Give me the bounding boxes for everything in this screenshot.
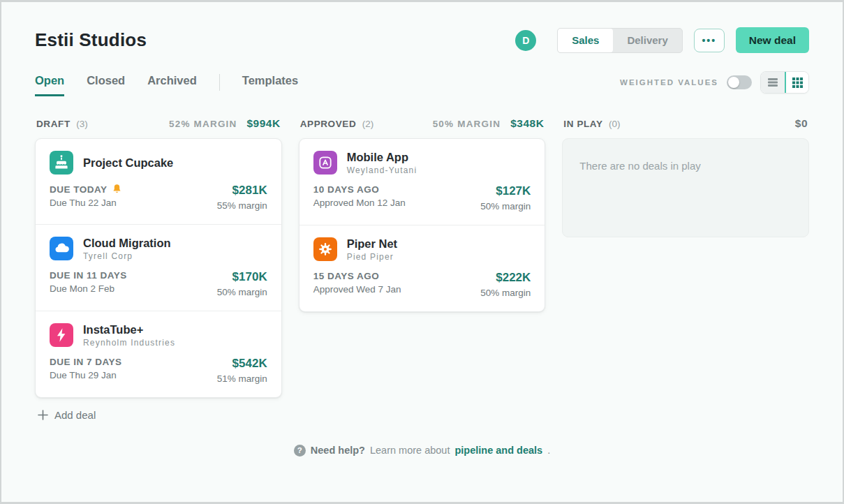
deal-card-piper-net[interactable]: Piper Net Pied Piper 15 DAYS AGO Approve… bbox=[299, 225, 545, 311]
add-deal-label: Add deal bbox=[54, 409, 96, 421]
page-title: Estii Studios bbox=[35, 29, 147, 51]
deal-margin: 55% margin bbox=[217, 200, 267, 211]
deal-client: Weyland-Yutani bbox=[347, 165, 417, 175]
toolbar: WEIGHTED VALUES bbox=[620, 71, 809, 99]
column-count: (0) bbox=[609, 119, 621, 129]
toggle-knob bbox=[728, 77, 739, 88]
header-actions: D Sales Delivery ••• New deal bbox=[515, 27, 809, 53]
deal-value: $281K bbox=[217, 184, 267, 198]
column-count: (2) bbox=[362, 119, 374, 129]
help-bar: ? Need help? Learn more about pipeline a… bbox=[1, 445, 843, 457]
grid-view-icon bbox=[792, 77, 803, 88]
list-view-button[interactable] bbox=[761, 72, 785, 93]
weighted-values-label: WEIGHTED VALUES bbox=[620, 78, 718, 87]
deal-margin: 51% margin bbox=[217, 373, 267, 384]
mode-switch: Sales Delivery bbox=[557, 28, 683, 53]
column-name: IN PLAY bbox=[563, 119, 602, 129]
deal-margin: 50% margin bbox=[217, 287, 267, 297]
deal-title: Piper Net bbox=[347, 237, 397, 251]
column-name: APPROVED bbox=[300, 119, 357, 129]
tab-templates[interactable]: Templates bbox=[242, 74, 298, 96]
app-store-icon bbox=[313, 151, 337, 175]
tab-open[interactable]: Open bbox=[35, 74, 64, 96]
deal-status: DUE TODAY bbox=[50, 184, 108, 195]
deal-date: Due Thu 22 Jan bbox=[50, 198, 122, 208]
weighted-values-toggle[interactable] bbox=[727, 75, 752, 89]
column-approved: APPROVED (2) 50% MARGIN $348K bbox=[299, 117, 546, 312]
gear-chip-icon bbox=[313, 237, 337, 261]
mode-sales-button[interactable]: Sales bbox=[558, 29, 613, 52]
column-margin: 52% MARGIN bbox=[169, 119, 237, 129]
pipeline-deals-link[interactable]: pipeline and deals bbox=[454, 445, 542, 456]
deal-date: Approved Wed 7 Jan bbox=[313, 284, 401, 295]
header: Estii Studios D Sales Delivery ••• New d… bbox=[1, 2, 843, 53]
help-text: Learn more about bbox=[370, 445, 450, 456]
deal-date: Due Mon 2 Feb bbox=[50, 283, 127, 294]
in-play-empty-panel: There are no deals in play bbox=[562, 138, 809, 237]
deal-card-cloud-migration[interactable]: Cloud Migration Tyrell Corp DUE IN 11 DA… bbox=[36, 224, 281, 311]
deal-status: 10 DAYS AGO bbox=[313, 184, 380, 195]
deal-title: Cloud Migration bbox=[83, 237, 171, 250]
app-window: Estii Studios D Sales Delivery ••• New d… bbox=[0, 0, 844, 504]
tabs: Open Closed Archived Templates bbox=[35, 74, 298, 96]
plus-icon bbox=[38, 410, 48, 420]
column-in-play: IN PLAY (0) $0 There are no deals in pla… bbox=[562, 117, 809, 237]
deal-date: Due Thu 29 Jan bbox=[50, 370, 122, 380]
deal-value: $127K bbox=[480, 184, 531, 198]
deal-margin: 50% margin bbox=[480, 288, 531, 298]
column-margin: 50% MARGIN bbox=[433, 119, 501, 129]
column-total: $0 bbox=[795, 117, 808, 130]
bell-icon bbox=[112, 184, 122, 195]
approved-card-stack: Mobile App Weyland-Yutani 10 DAYS AGO Ap… bbox=[299, 138, 546, 312]
deal-card-mobile-app[interactable]: Mobile App Weyland-Yutani 10 DAYS AGO Ap… bbox=[299, 139, 545, 225]
deal-title: Project Cupcake bbox=[83, 156, 173, 170]
column-draft-header: DRAFT (3) 52% MARGIN $994K bbox=[35, 117, 282, 138]
tab-row: Open Closed Archived Templates WEIGHTED … bbox=[1, 53, 843, 99]
question-mark-icon: ? bbox=[294, 445, 306, 457]
cloud-icon bbox=[50, 237, 73, 260]
tab-divider bbox=[219, 74, 220, 91]
deal-status: DUE IN 11 DAYS bbox=[50, 270, 127, 281]
help-bold-text: Need help? bbox=[311, 445, 365, 456]
deal-client: Reynholm Industries bbox=[83, 338, 175, 348]
view-switcher bbox=[760, 71, 809, 94]
deal-status: DUE IN 7 DAYS bbox=[50, 357, 122, 367]
column-in-play-header: IN PLAY (0) $0 bbox=[562, 117, 809, 138]
deal-title: InstaTube+ bbox=[83, 323, 175, 336]
tab-archived[interactable]: Archived bbox=[147, 74, 197, 96]
deal-card-project-cupcake[interactable]: Project Cupcake DUE TODAY bbox=[36, 139, 281, 224]
deal-title: Mobile App bbox=[347, 151, 417, 164]
tab-closed[interactable]: Closed bbox=[87, 74, 125, 96]
column-total: $348K bbox=[510, 117, 544, 130]
column-total: $994K bbox=[246, 117, 280, 130]
column-approved-header: APPROVED (2) 50% MARGIN $348K bbox=[299, 117, 546, 138]
new-deal-button[interactable]: New deal bbox=[736, 27, 809, 53]
pipeline-board: DRAFT (3) 52% MARGIN $994K bbox=[1, 99, 843, 421]
deal-status: 15 DAYS AGO bbox=[313, 271, 380, 281]
deal-value: $542K bbox=[217, 357, 267, 371]
grid-view-button[interactable] bbox=[785, 72, 808, 93]
draft-card-stack: Project Cupcake DUE TODAY bbox=[35, 138, 282, 398]
list-view-icon bbox=[767, 77, 778, 87]
help-period: . bbox=[547, 445, 550, 456]
deal-client: Pied Piper bbox=[347, 252, 397, 262]
column-name: DRAFT bbox=[36, 119, 71, 129]
column-draft: DRAFT (3) 52% MARGIN $994K bbox=[35, 117, 282, 421]
deal-margin: 50% margin bbox=[480, 201, 531, 212]
deal-card-instatube[interactable]: InstaTube+ Reynholm Industries DUE IN 7 … bbox=[36, 311, 281, 397]
deal-value: $170K bbox=[217, 270, 267, 284]
column-count: (3) bbox=[76, 119, 88, 129]
mode-delivery-button[interactable]: Delivery bbox=[613, 29, 681, 52]
lightning-bolt-icon bbox=[50, 323, 73, 347]
deal-value: $222K bbox=[480, 271, 531, 285]
cake-icon bbox=[50, 151, 73, 175]
empty-state-text: There are no deals in play bbox=[579, 160, 792, 172]
more-options-button[interactable]: ••• bbox=[694, 29, 725, 52]
deal-client: Tyrell Corp bbox=[83, 251, 171, 261]
avatar[interactable]: D bbox=[515, 30, 536, 51]
deal-date: Approved Mon 12 Jan bbox=[313, 198, 406, 208]
add-deal-button[interactable]: Add deal bbox=[38, 409, 282, 421]
